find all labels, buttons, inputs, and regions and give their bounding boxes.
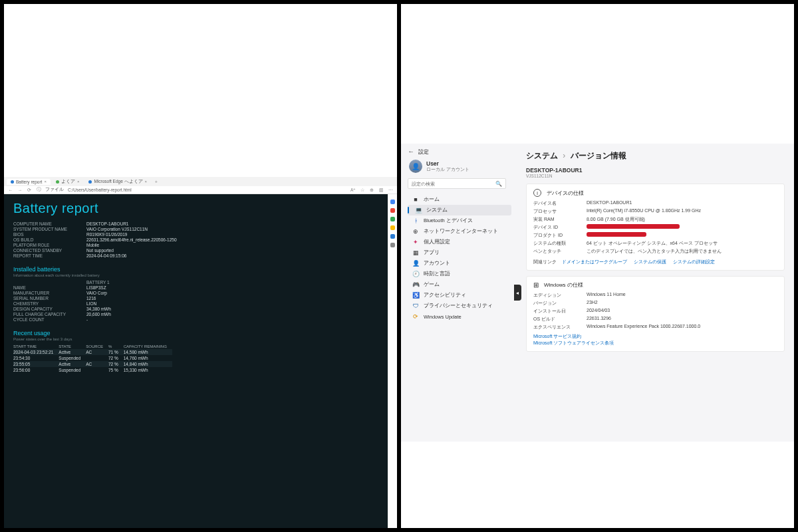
- sys-row: OS BUILD22631.3296.amd64fre.ni_release.2…: [13, 237, 388, 242]
- ms-link[interactable]: Microsoft ソフトウェアライセンス条項: [533, 340, 777, 346]
- spec-val: 64 ビット オペレーティング システム、x64 ベース プロセッサ: [587, 240, 777, 247]
- nav-item-アカウント[interactable]: 👤アカウント: [408, 258, 511, 269]
- related-links-label: 関連リンク: [533, 259, 557, 264]
- col-header: SOURCE: [86, 344, 108, 349]
- nav-label: ゲーム: [424, 281, 440, 288]
- collapse-handle[interactable]: ◂: [514, 285, 521, 301]
- spec-row: ペンとタッチこのディスプレイでは、ペン入力とタッチ入力は利用できません: [533, 248, 777, 255]
- breadcrumb: システム › バージョン情報: [526, 150, 785, 162]
- sys-key: OS BUILD: [13, 237, 86, 242]
- sys-key: SYSTEM PRODUCT NAME: [13, 227, 86, 231]
- url-scheme: ファイル: [45, 187, 64, 193]
- sidebar-icon[interactable]: [390, 234, 395, 239]
- user-subtitle: ローカル アカウント: [426, 167, 469, 173]
- batt-key: CYCLE COUNT: [13, 317, 86, 322]
- nav-label: アプリ: [424, 249, 440, 256]
- nav-label: アカウント: [424, 260, 450, 267]
- user-block[interactable]: 👤 User ローカル アカウント: [409, 160, 511, 173]
- nav-item-システム[interactable]: 💻システム: [408, 205, 511, 215]
- batt-row: FULL CHARGE CAPACITY20,600 mWh: [13, 312, 388, 317]
- tab-label: Battery report: [16, 180, 42, 184]
- sys-key: REPORT TIME: [13, 253, 86, 258]
- nav-item-ホーム[interactable]: ■ホーム: [408, 194, 511, 205]
- nav-icon: ⊕: [412, 228, 420, 235]
- nav-item-アプリ[interactable]: ▦アプリ: [408, 247, 511, 258]
- sidebar-icon[interactable]: [390, 200, 395, 204]
- nav-item-アクセシビリティ[interactable]: ♿アクセシビリティ: [408, 290, 511, 301]
- batt-row: NAMELIS8P3SZ: [13, 285, 388, 290]
- nav-item-ネットワークとインターネット[interactable]: ⊕ネットワークとインターネット: [408, 226, 511, 237]
- crumb-system[interactable]: システム: [526, 151, 558, 160]
- battery-report-page: Battery report COMPUTER NAMEDESKTOP-1ABO…: [4, 194, 397, 528]
- back-icon[interactable]: ←: [8, 188, 13, 192]
- close-tab-icon[interactable]: ×: [44, 180, 47, 184]
- nav-item-Bluetooth とデバイス[interactable]: ᚼBluetooth とデバイス: [408, 215, 511, 226]
- tab-2[interactable]: よくア ×: [52, 178, 84, 186]
- nav-label: 個人用設定: [424, 239, 450, 245]
- back-button[interactable]: ←: [408, 146, 414, 156]
- reload-icon[interactable]: ⟳: [27, 188, 32, 193]
- sidebar-icon[interactable]: [390, 208, 395, 213]
- nav-icon: ▦: [412, 249, 420, 256]
- device-name: DESKTOP-1ABOUR1: [526, 167, 785, 174]
- user-name: User: [426, 160, 469, 167]
- redacted-value: [587, 224, 680, 229]
- spec-key: デバイス ID: [533, 224, 587, 231]
- nav-item-時刻と言語[interactable]: 🕘時刻と言語: [408, 269, 511, 279]
- spec-key: プロダクト ID: [533, 232, 587, 239]
- nav-label: Windows Update: [424, 314, 462, 320]
- recent-usage-table: START TIMESTATESOURCE%CAPACITY REMAINING…: [13, 344, 172, 373]
- installed-batteries-sub: Information about each currently install…: [13, 273, 388, 277]
- sys-val: R0190K9 01/26/2019: [86, 232, 127, 237]
- split-icon[interactable]: ▥: [378, 188, 384, 193]
- sidebar-icon[interactable]: [390, 217, 395, 221]
- sys-key: BIOS: [13, 232, 86, 237]
- new-tab-button[interactable]: +: [152, 180, 160, 184]
- win-row: バージョン23H2: [533, 300, 777, 307]
- tab-3[interactable]: Microsoft Edge へよくア ×: [84, 178, 151, 186]
- ms-link[interactable]: Microsoft サービス規約: [533, 333, 777, 340]
- favorites-icon[interactable]: ☆: [360, 188, 365, 193]
- spec-val: 8.00 GB (7.90 GB 使用可能): [587, 216, 777, 223]
- collections-icon[interactable]: ⊕: [369, 188, 374, 193]
- recent-usage-heading: Recent usage: [13, 330, 388, 336]
- win-key: エクスペリエンス: [533, 324, 587, 331]
- col-header: %: [108, 344, 124, 349]
- forward-icon[interactable]: →: [17, 188, 23, 192]
- win-key: OS ビルド: [533, 316, 587, 323]
- page-favicon: [88, 180, 92, 184]
- spec-row: 実装 RAM8.00 GB (7.90 GB 使用可能): [533, 216, 777, 223]
- batt-val: 34,380 mWh: [86, 307, 111, 311]
- batt-row: SERIAL NUMBER1216: [13, 296, 388, 301]
- sys-row: PLATFORM ROLEMobile: [13, 243, 388, 247]
- batt-val: LION: [86, 301, 96, 306]
- sidebar-icon[interactable]: [390, 243, 395, 247]
- close-tab-icon[interactable]: ×: [77, 180, 80, 184]
- crumb-about: バージョン情報: [571, 151, 626, 160]
- battery-column-header: BATTERY 1: [86, 280, 110, 285]
- related-link[interactable]: システムの詳細設定: [673, 259, 715, 264]
- nav-item-ゲーム[interactable]: 🎮ゲーム: [408, 279, 511, 290]
- close-tab-icon[interactable]: ×: [145, 180, 148, 184]
- nav-item-個人用設定[interactable]: ✦個人用設定: [408, 237, 511, 247]
- read-aloud-icon[interactable]: A⁺: [350, 188, 356, 193]
- win-row: エディションWindows 11 Home: [533, 292, 777, 299]
- sidebar-icon[interactable]: [390, 225, 395, 230]
- batt-row: MANUFACTURERVAIO Corp: [13, 291, 388, 295]
- tab-battery-report[interactable]: Battery report ×: [7, 179, 51, 185]
- menu-icon[interactable]: ⋯: [388, 188, 393, 193]
- tab-label: Microsoft Edge へよくア: [94, 179, 142, 185]
- url-text[interactable]: C:/Users/User/battery-report.html: [68, 188, 346, 192]
- sys-val: Mobile: [86, 243, 99, 247]
- nav-item-Windows Update[interactable]: ⟳Windows Update: [408, 311, 511, 322]
- batt-row: DESIGN CAPACITY34,380 mWh: [13, 307, 388, 311]
- right-panel: ← 設定 👤 User ローカル アカウント 🔍 ■ホーム💻システムᚼBluet…: [401, 4, 794, 528]
- related-link[interactable]: ドメインまたはワークグループ: [562, 259, 627, 264]
- settings-search[interactable]: 🔍: [408, 178, 506, 189]
- related-link[interactable]: システムの保護: [634, 259, 666, 264]
- installed-batteries-heading: Installed batteries: [13, 266, 388, 273]
- nav-icon: ■: [412, 196, 420, 203]
- nav-item-プライバシーとセキュリティ[interactable]: 🛡プライバシーとセキュリティ: [408, 301, 511, 311]
- sys-key: COMPUTER NAME: [13, 221, 86, 226]
- search-input[interactable]: [412, 182, 495, 186]
